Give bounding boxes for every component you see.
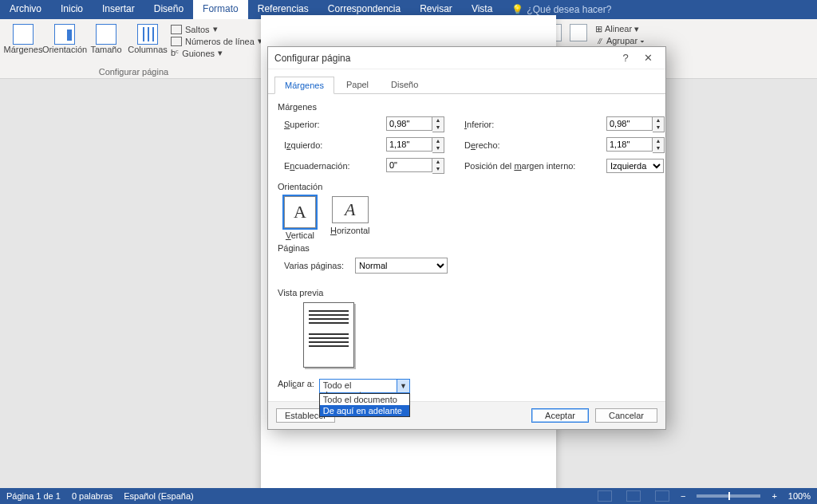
group-button[interactable]: ⫽ Agrupar ▾ xyxy=(595,36,645,45)
apply-to-value: Todo el documento xyxy=(320,380,397,392)
orientation-landscape[interactable]: A Horizontal xyxy=(330,196,370,240)
gutter-label: Encuadernación: xyxy=(284,161,372,171)
margin-right-input[interactable] xyxy=(606,137,653,152)
dialog-titlebar: Configurar página ? ✕ xyxy=(268,47,665,69)
chevron-down-icon[interactable]: ▼ xyxy=(397,380,409,392)
apply-to-option-whole[interactable]: Todo el documento xyxy=(320,394,409,405)
status-page[interactable]: Página 1 de 1 xyxy=(6,491,61,501)
margin-bottom-down[interactable]: ▼ xyxy=(653,124,664,132)
margin-right-label: Derecho: xyxy=(464,140,592,150)
dialog-help-button[interactable]: ? xyxy=(614,52,637,64)
tell-me-placeholder: ¿Qué desea hacer? xyxy=(527,4,611,15)
margins-button[interactable]: Márgenes xyxy=(5,21,41,65)
gutter-pos-select[interactable]: Izquierda xyxy=(606,159,664,173)
section-orientation: Orientación xyxy=(278,182,656,191)
margin-top-up[interactable]: ▲ xyxy=(432,117,444,124)
view-web-icon[interactable] xyxy=(655,490,669,502)
margins-label: Márgenes xyxy=(4,45,43,54)
multiple-pages-label: Varias páginas: xyxy=(284,261,344,270)
view-read-icon[interactable] xyxy=(598,490,612,502)
tab-insertar[interactable]: Insertar xyxy=(93,0,144,19)
align-button[interactable]: ⊞ Alinear ▾ xyxy=(595,24,645,34)
tab-diseno[interactable]: Diseño xyxy=(144,0,193,19)
margin-top-label: Superior: xyxy=(284,120,372,129)
dialog-close-button[interactable]: ✕ xyxy=(637,52,659,64)
columns-icon xyxy=(137,24,158,45)
dialog-tab-layout[interactable]: Diseño xyxy=(381,76,428,93)
zoom-in-button[interactable]: + xyxy=(772,491,776,501)
columns-button[interactable]: Columnas xyxy=(129,21,166,65)
breaks-button[interactable]: Saltos ▾ xyxy=(171,24,262,34)
margin-left-label: Izquierdo: xyxy=(284,140,372,150)
tab-formato[interactable]: Formato xyxy=(193,0,248,19)
gutter-down[interactable]: ▼ xyxy=(432,166,444,173)
apply-to-label: Aplicar a: xyxy=(278,379,314,388)
status-lang[interactable]: Español (España) xyxy=(124,491,193,501)
margin-right-up[interactable]: ▲ xyxy=(653,138,664,145)
multiple-pages-select[interactable]: Normal xyxy=(355,258,448,274)
orientation-label: Orientación xyxy=(42,45,87,54)
status-words[interactable]: 0 palabras xyxy=(72,491,112,501)
page-setup-small: Saltos ▾ Números de línea ▾ bᶜ Guiones ▾ xyxy=(171,21,262,65)
margin-left-down[interactable]: ▼ xyxy=(432,145,444,152)
dialog-tab-margins[interactable]: Márgenes xyxy=(274,77,334,94)
tab-inicio[interactable]: Inicio xyxy=(51,0,93,19)
tab-archivo[interactable]: Archivo xyxy=(0,0,51,19)
size-icon xyxy=(96,24,116,45)
preview-thumbnail xyxy=(303,302,354,368)
bulb-icon: 💡 xyxy=(511,4,523,15)
status-bar: Página 1 de 1 0 palabras Español (España… xyxy=(0,488,817,504)
margin-bottom-up[interactable]: ▲ xyxy=(653,117,664,124)
margin-top-input[interactable] xyxy=(386,116,432,131)
hyphenation-button[interactable]: bᶜ Guiones ▾ xyxy=(171,48,262,58)
section-preview: Vista previa xyxy=(278,288,656,297)
dialog-title: Configurar página xyxy=(274,53,614,64)
selection-pane-icon[interactable] xyxy=(570,24,587,41)
dialog-tabs: Márgenes Papel Diseño xyxy=(268,69,665,94)
margins-icon xyxy=(13,24,34,45)
page-setup-group-label: Configurar página xyxy=(5,65,262,78)
landscape-icon: A xyxy=(332,196,369,223)
size-button[interactable]: Tamaño xyxy=(88,21,124,65)
margin-left-input[interactable] xyxy=(386,137,432,152)
zoom-level[interactable]: 100% xyxy=(788,491,811,501)
apply-to-dropdown: Todo el documento De aquí en adelante xyxy=(319,393,410,417)
cancel-button[interactable]: Cancelar xyxy=(595,408,657,423)
ribbon-group-page-setup: Márgenes Orientación Tamaño Columnas Sal… xyxy=(0,19,268,78)
breaks-icon xyxy=(171,25,182,34)
margin-left-up[interactable]: ▲ xyxy=(432,138,444,145)
apply-to-option-forward[interactable]: De aquí en adelante xyxy=(320,405,409,416)
margin-bottom-label: Inferior: xyxy=(464,120,592,129)
section-pages: Páginas xyxy=(278,243,656,253)
zoom-out-button[interactable]: − xyxy=(681,491,685,501)
ok-button[interactable]: Aceptar xyxy=(531,408,589,423)
apply-to-combo[interactable]: Todo el documento ▼ Todo el documento De… xyxy=(319,379,410,393)
gutter-input[interactable] xyxy=(386,158,432,172)
orientation-icon xyxy=(54,24,75,45)
page-setup-dialog: Configurar página ? ✕ Márgenes Papel Dis… xyxy=(267,46,666,430)
margin-right-down[interactable]: ▼ xyxy=(653,145,664,152)
margin-top-down[interactable]: ▼ xyxy=(432,124,444,132)
zoom-slider[interactable] xyxy=(697,494,760,498)
portrait-icon: A xyxy=(284,196,316,228)
line-numbers-button[interactable]: Números de línea ▾ xyxy=(171,36,262,46)
size-label: Tamaño xyxy=(90,45,121,54)
line-numbers-icon xyxy=(171,37,182,46)
orientation-portrait[interactable]: A Vertical xyxy=(284,196,316,240)
orientation-button[interactable]: Orientación xyxy=(46,21,83,65)
view-print-icon[interactable] xyxy=(626,490,641,502)
margin-bottom-input[interactable] xyxy=(606,116,653,131)
gutter-up[interactable]: ▲ xyxy=(432,159,444,166)
section-margins: Márgenes xyxy=(278,102,656,112)
dialog-tab-paper[interactable]: Papel xyxy=(336,76,379,93)
hyphenation-icon: bᶜ xyxy=(171,48,179,58)
gutter-pos-label: Posición del margen interno: xyxy=(464,161,592,171)
columns-label: Columnas xyxy=(128,45,168,54)
